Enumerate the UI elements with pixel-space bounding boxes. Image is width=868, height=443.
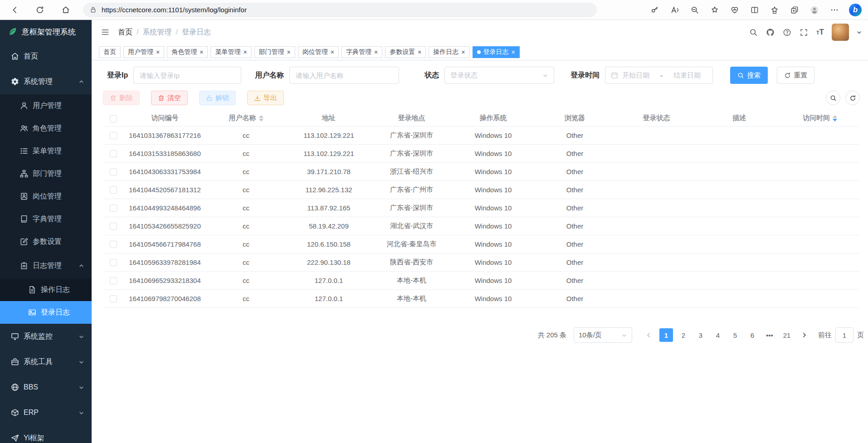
add-favorite-icon[interactable]	[709, 5, 720, 15]
sidebar-item-yi-framework[interactable]: Yi框架	[0, 425, 92, 443]
hamburger-icon[interactable]	[101, 28, 110, 37]
favorites-icon[interactable]	[769, 5, 780, 15]
column-header-time[interactable]: 访问时间	[780, 111, 860, 126]
tab-operation-log[interactable]: 操作日志×	[429, 46, 469, 58]
row-checkbox[interactable]	[110, 223, 117, 230]
row-checkbox[interactable]	[110, 295, 117, 302]
search-icon[interactable]	[749, 28, 758, 37]
close-icon[interactable]: ×	[287, 49, 291, 55]
sidebar-item-menu-management[interactable]: 菜单管理	[0, 140, 92, 162]
breadcrumb-system[interactable]: 系统管理	[142, 28, 171, 37]
sidebar-item-system-tools[interactable]: 系统工具	[0, 349, 92, 375]
page-button-21[interactable]: 21	[780, 328, 794, 342]
sidebar-item-department-management[interactable]: 部门管理	[0, 162, 92, 185]
next-page-button[interactable]	[797, 328, 811, 342]
sidebar-item-operation-log[interactable]: 操作日志	[0, 278, 92, 301]
tab-department-management[interactable]: 部门管理×	[254, 46, 295, 58]
sidebar-item-home[interactable]: 首页	[0, 44, 92, 69]
tab-menu-management[interactable]: 菜单管理×	[210, 46, 251, 58]
page-button-3[interactable]: 3	[694, 328, 707, 342]
page-button-6[interactable]: 6	[746, 328, 759, 342]
tab-role-management[interactable]: 角色管理×	[167, 46, 208, 58]
sort-icon[interactable]	[833, 115, 837, 122]
tab-user-management[interactable]: 用户管理×	[123, 46, 164, 58]
github-icon[interactable]	[766, 28, 775, 37]
back-icon[interactable]	[10, 5, 20, 15]
home-icon[interactable]	[60, 5, 71, 15]
close-icon[interactable]: ×	[418, 49, 421, 55]
page-button-4[interactable]: 4	[711, 328, 725, 342]
user-name-input[interactable]	[289, 67, 399, 84]
sidebar-item-system-monitor[interactable]: 系统监控	[0, 324, 92, 349]
close-icon[interactable]: ×	[200, 49, 203, 55]
page-button-5[interactable]: 5	[728, 328, 742, 342]
row-checkbox[interactable]	[110, 186, 117, 194]
sidebar-item-login-log[interactable]: 登录日志	[0, 301, 92, 324]
sidebar-item-dictionary-management[interactable]: 字典管理	[0, 208, 92, 230]
close-icon[interactable]: ×	[512, 49, 515, 55]
goto-page-input[interactable]	[835, 327, 853, 343]
avatar[interactable]	[832, 24, 849, 41]
sidebar-item-parameter-settings[interactable]: 参数设置	[0, 230, 92, 253]
more-icon[interactable]	[829, 5, 840, 15]
sidebar-item-post-management[interactable]: 岗位管理	[0, 185, 92, 208]
tab-home[interactable]: 首页	[99, 46, 121, 58]
app-logo[interactable]: 意框架管理系统	[0, 20, 92, 44]
more-pages-button[interactable]: •••	[763, 328, 776, 342]
sort-icon[interactable]	[259, 115, 263, 122]
sidebar-item-log-management[interactable]: 日志管理	[0, 253, 92, 278]
show-search-button[interactable]	[826, 91, 840, 105]
row-checkbox[interactable]	[110, 277, 117, 284]
row-checkbox[interactable]	[110, 259, 117, 266]
tab-dictionary-management[interactable]: 字典管理×	[341, 46, 382, 58]
close-icon[interactable]: ×	[243, 49, 247, 55]
row-checkbox[interactable]	[110, 241, 117, 248]
close-icon[interactable]: ×	[331, 49, 334, 55]
fullscreen-icon[interactable]	[800, 28, 809, 37]
breadcrumb-home[interactable]: 首页	[118, 28, 132, 37]
browser-essentials-icon[interactable]	[729, 5, 740, 15]
close-icon[interactable]: ×	[156, 49, 160, 55]
zoom-out-icon[interactable]	[689, 5, 700, 15]
date-range-picker[interactable]: 开始日期 - 结束日期	[605, 67, 713, 84]
status-select[interactable]: 登录状态	[444, 67, 554, 84]
delete-button[interactable]: 删除	[103, 91, 140, 105]
profile-icon[interactable]	[809, 5, 820, 15]
row-checkbox[interactable]	[110, 150, 117, 157]
export-button[interactable]: 导出	[247, 91, 284, 105]
search-button[interactable]: 搜索	[730, 67, 768, 84]
refresh-table-button[interactable]	[845, 91, 860, 105]
chevron-down-icon[interactable]	[857, 30, 862, 35]
refresh-icon[interactable]	[34, 5, 45, 15]
close-icon[interactable]: ×	[374, 49, 378, 55]
copilot-icon[interactable]: b	[849, 4, 862, 16]
close-icon[interactable]: ×	[461, 49, 465, 55]
select-all-checkbox[interactable]	[110, 115, 117, 122]
column-header-user[interactable]: 用户名称	[206, 111, 286, 126]
sidebar-item-role-management[interactable]: 角色管理	[0, 117, 92, 140]
unlock-button[interactable]: 解锁	[199, 91, 236, 105]
page-button-1[interactable]: 1	[659, 328, 673, 342]
sidebar-item-erp[interactable]: ERP	[0, 400, 92, 425]
page-size-select[interactable]: 10条/页	[574, 327, 632, 343]
reset-button[interactable]: 重置	[777, 67, 814, 84]
clear-button[interactable]: 清空	[151, 91, 188, 105]
sidebar-item-system-management[interactable]: 系统管理	[0, 69, 92, 94]
url-text[interactable]: https://ccnetcore.com:1101/system/log/lo…	[102, 6, 247, 14]
tab-login-log[interactable]: 登录日志×	[473, 46, 520, 58]
tab-post-management[interactable]: 岗位管理×	[298, 46, 339, 58]
split-screen-icon[interactable]	[749, 5, 760, 15]
help-icon[interactable]	[783, 28, 792, 37]
sidebar-item-user-management[interactable]: 用户管理	[0, 94, 92, 117]
font-size-icon[interactable]: TT	[816, 28, 824, 37]
read-aloud-icon[interactable]	[669, 5, 680, 15]
page-button-2[interactable]: 2	[677, 328, 690, 342]
lock-icon[interactable]	[89, 6, 97, 14]
row-checkbox[interactable]	[110, 132, 117, 139]
login-ip-input[interactable]	[133, 67, 241, 84]
row-checkbox[interactable]	[110, 204, 117, 212]
prev-page-button[interactable]	[642, 328, 656, 342]
tab-parameter-settings[interactable]: 参数设置×	[385, 46, 426, 58]
sidebar-item-bbs[interactable]: BBS	[0, 375, 92, 400]
address-bar[interactable]: https://ccnetcore.com:1101/system/log/lo…	[83, 3, 597, 17]
